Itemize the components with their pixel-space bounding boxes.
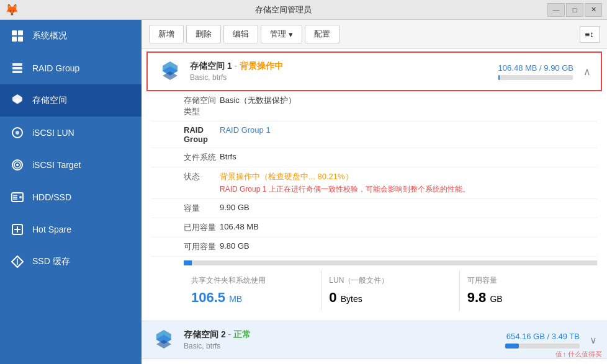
sidebar-item-raid-group[interactable]: RAID Group xyxy=(0,52,142,84)
storage-item-2-chevron[interactable]: ∨ xyxy=(590,334,597,346)
breakdown-value-shared: 106.5 MB xyxy=(191,290,313,306)
detail-space-type-label: 存储空间类型 xyxy=(151,95,220,117)
manage-arrow-icon: ▾ xyxy=(289,30,293,39)
delete-button[interactable]: 删除 xyxy=(186,25,221,43)
storage-item-2-capacity-bar xyxy=(505,344,580,348)
detail-capacity-value: 9.90 GB xyxy=(220,203,597,212)
sidebar-item-ssd-cache[interactable]: SSD 缓存 xyxy=(0,246,142,278)
detail-status-value: 背景操作中（检查硬盘中... 80.21%） RAID Group 1 上正在进… xyxy=(220,171,597,195)
sidebar-item-system-overview[interactable]: 系统概况 xyxy=(0,20,142,52)
watermark: 值↑ 什么值得买 xyxy=(555,350,602,359)
storage-item-1-capacity-bar xyxy=(498,75,573,80)
capacity-progress-bar xyxy=(184,260,597,265)
detail-raid-group: RAID Group RAID Group 1 xyxy=(151,122,597,148)
storage-item-2-name: 存储空间 2 - 正常 xyxy=(184,329,505,340)
toolbar: 新增 删除 编辑 管理 ▾ 配置 ≡↕ xyxy=(142,20,607,49)
storage-item-2-status: 正常 xyxy=(233,329,251,339)
breakdown-value-lun: 0 Bytes xyxy=(329,290,451,306)
svg-point-6 xyxy=(16,131,19,135)
storage-item-1: 存储空间 1 - 背景操作中 Basic, btrfs 106.48 MB / … xyxy=(142,51,607,321)
detail-status: 状态 背景操作中（检查硬盘中... 80.21%） RAID Group 1 上… xyxy=(151,167,597,199)
storage-item-1-details: 存储空间类型 Basic（无数据保护） RAID Group RAID Grou… xyxy=(142,91,607,321)
detail-available: 可用容量 9.80 GB xyxy=(151,237,597,257)
sidebar-label-system-overview: 系统概况 xyxy=(32,30,67,42)
detail-raid-group-label: RAID Group xyxy=(151,125,220,144)
detail-status-text: 背景操作中（检查硬盘中... 80.21%） xyxy=(220,171,597,182)
detail-filesystem: 文件系统 Btrfs xyxy=(151,148,597,167)
svg-point-9 xyxy=(16,164,19,166)
detail-status-warning: RAID Group 1 上正在进行奇偶一致性校验，可能会影响到整个系统的性能。 xyxy=(220,184,597,195)
storage-item-2-icon xyxy=(151,327,176,352)
storage-item-1-capacity-bar-fill xyxy=(498,75,500,80)
breakdown-col-shared: 共享文件夹和系统使用 106.5 MB xyxy=(184,270,321,311)
detail-filesystem-label: 文件系统 xyxy=(151,152,220,163)
edit-button[interactable]: 编辑 xyxy=(223,25,258,43)
sidebar-label-hdd-ssd: HDD/SSD xyxy=(32,192,71,202)
sidebar-item-hot-spare[interactable]: Hot Spare xyxy=(0,213,142,246)
detail-space-type: 存储空间类型 Basic（无数据保护） xyxy=(151,91,597,122)
sort-button[interactable]: ≡↕ xyxy=(580,26,600,43)
disk-icon xyxy=(10,190,25,205)
storage-item-1-name: 存储空间 1 - 背景操作中 xyxy=(190,61,498,72)
lun-icon xyxy=(10,125,25,140)
storage-item-1-icon xyxy=(158,59,182,84)
breakdown-value-available: 9.8 GB xyxy=(467,290,590,306)
sidebar-label-raid-group: RAID Group xyxy=(32,63,79,73)
close-button[interactable]: ✕ xyxy=(585,3,602,17)
storage-item-1-type: Basic, btrfs xyxy=(190,73,498,82)
storage-item-2-capacity-text: 654.16 GB / 3.49 TB xyxy=(505,332,580,341)
svg-rect-2 xyxy=(12,71,22,73)
breakdown-label-shared: 共享文件夹和系统使用 xyxy=(191,275,313,286)
detail-used-value: 106.48 MB xyxy=(220,222,597,231)
storage-item-2-header-wrapper: 存储空间 2 - 正常 Basic, btrfs 654.16 GB / 3.4… xyxy=(142,321,607,358)
storage-item-1-header-wrapper: 存储空间 1 - 背景操作中 Basic, btrfs 106.48 MB / … xyxy=(146,51,602,91)
sidebar: 系统概况 RAID Group 存储空间 xyxy=(0,20,142,364)
detail-space-type-value: Basic（无数据保护） xyxy=(220,95,597,106)
storage-icon xyxy=(10,93,25,108)
capacity-bar-empty xyxy=(192,260,597,265)
storage-item-1-header[interactable]: 存储空间 1 - 背景操作中 Basic, btrfs 106.48 MB / … xyxy=(148,53,601,90)
detail-status-label: 状态 xyxy=(151,171,220,182)
title-bar-left: 🦊 xyxy=(5,3,19,17)
sidebar-item-iscsi-target[interactable]: iSCSI Target xyxy=(0,149,142,181)
app-icon: 🦊 xyxy=(5,3,19,17)
breakdown-label-lun: LUN（一般文件） xyxy=(329,275,451,286)
sidebar-item-iscsi-lun[interactable]: iSCSI LUN xyxy=(0,117,142,149)
detail-available-label: 可用容量 xyxy=(151,241,220,252)
storage-item-2-capacity: 654.16 GB / 3.49 TB xyxy=(505,332,580,348)
sidebar-label-iscsi-lun: iSCSI LUN xyxy=(32,128,74,138)
detail-used-label: 已用容量 xyxy=(151,222,220,233)
svg-rect-1 xyxy=(12,67,22,69)
manage-button[interactable]: 管理 ▾ xyxy=(261,25,302,43)
hotspare-icon xyxy=(10,222,25,237)
target-icon xyxy=(10,158,25,172)
capacity-bar-used xyxy=(184,260,192,265)
detail-filesystem-value: Btrfs xyxy=(220,152,597,161)
storage-item-2: 存储空间 2 - 正常 Basic, btrfs 654.16 GB / 3.4… xyxy=(142,321,607,359)
storage-item-2-header[interactable]: 存储空间 2 - 正常 Basic, btrfs 654.16 GB / 3.4… xyxy=(142,321,607,358)
config-button[interactable]: 配置 xyxy=(305,25,339,43)
title-bar-title: 存储空间管理员 xyxy=(19,4,547,16)
maximize-button[interactable]: □ xyxy=(566,3,583,17)
minimize-button[interactable]: — xyxy=(547,3,565,17)
svg-point-11 xyxy=(19,196,22,198)
sidebar-label-storage-space: 存储空间 xyxy=(32,95,67,106)
storage-item-2-type: Basic, btrfs xyxy=(184,342,505,350)
detail-used: 已用容量 106.48 MB xyxy=(151,218,597,237)
sidebar-label-hot-spare: Hot Spare xyxy=(32,224,71,234)
content-area: 新增 删除 编辑 管理 ▾ 配置 ≡↕ xyxy=(142,20,607,364)
storage-item-1-chevron[interactable]: ∧ xyxy=(583,66,591,78)
detail-available-value: 9.80 GB xyxy=(220,241,597,251)
storage-item-2-capacity-bar-fill xyxy=(505,344,519,348)
breakdown-col-lun: LUN（一般文件） 0 Bytes xyxy=(321,270,459,311)
title-bar: 🦊 存储空间管理员 — □ ✕ xyxy=(0,0,607,20)
add-button[interactable]: 新增 xyxy=(149,25,184,43)
grid-icon xyxy=(10,29,25,43)
sidebar-label-iscsi-target: iSCSI Target xyxy=(32,160,81,170)
main-layout: 系统概况 RAID Group 存储空间 xyxy=(0,20,607,364)
sidebar-label-ssd-cache: SSD 缓存 xyxy=(32,256,70,267)
sidebar-item-storage-space[interactable]: 存储空间 xyxy=(0,84,142,117)
sidebar-item-hdd-ssd[interactable]: HDD/SSD xyxy=(0,181,142,213)
breakdown-label-available: 可用容量 xyxy=(467,275,590,286)
title-bar-controls: — □ ✕ xyxy=(547,3,602,17)
